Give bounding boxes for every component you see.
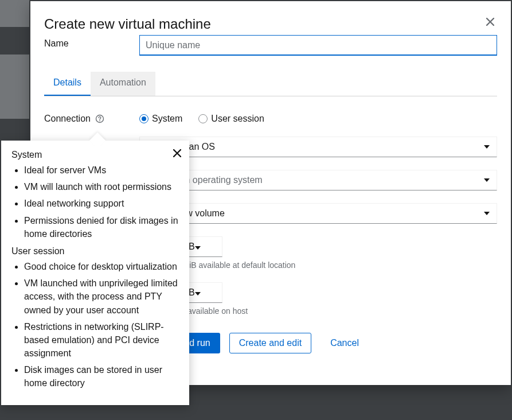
close-icon (173, 148, 181, 160)
popover-system-heading: System (11, 150, 179, 160)
connection-label: Connection (44, 114, 91, 124)
popover-list-item: VM launched with unprivileged limited ac… (24, 277, 179, 317)
popover-list-item: Ideal for server VMs (24, 164, 179, 177)
radio-user-session-label: User session (211, 114, 264, 124)
popover-user-heading: User session (11, 246, 179, 256)
name-label: Name (44, 35, 130, 49)
popover-list-item: Good choice for desktop virtualization (24, 260, 179, 273)
popover-system-list: Ideal for server VMsVM will launch with … (11, 164, 179, 240)
popover-list-item: Permissions denied for disk images in ho… (24, 214, 179, 240)
bg-strip (0, 55, 29, 119)
radio-system-label: System (152, 114, 182, 124)
popover-close-button[interactable] (171, 146, 183, 161)
caret-down-icon (195, 242, 201, 252)
close-icon (486, 15, 494, 28)
create-and-edit-button[interactable]: Create and edit (229, 333, 311, 353)
cancel-button[interactable]: Cancel (321, 333, 369, 353)
bg-strip (0, 0, 29, 27)
popover-list-item: Ideal networking support (24, 197, 179, 210)
popover-list-item: VM will launch with root permissions (24, 180, 179, 193)
popover-list-item: Disk images can be stored in user home d… (24, 363, 179, 390)
close-button[interactable] (483, 15, 497, 29)
radio-system[interactable]: System (139, 114, 182, 124)
storage-select[interactable]: Create new volume (139, 203, 497, 224)
help-icon[interactable] (95, 114, 104, 123)
modal-title: Create new virtual machine (44, 15, 211, 33)
popover-user-list: Good choice for desktop virtualizationVM… (11, 260, 179, 390)
tab-automation[interactable]: Automation (91, 72, 155, 96)
popover-list-item: Restrictions in networking (SLIRP-based … (24, 320, 179, 360)
svg-point-1 (99, 120, 100, 122)
operating-system-select[interactable]: Choose an operating system (139, 170, 497, 190)
caret-down-icon (195, 287, 201, 298)
radio-user-session[interactable]: User session (198, 114, 264, 124)
installation-type-select[interactable]: Download an OS (139, 137, 497, 157)
name-input[interactable] (139, 35, 497, 56)
memory-hint: Up to 23 GiB available on host (139, 306, 497, 316)
caret-down-icon (484, 178, 490, 182)
tab-details[interactable]: Details (44, 72, 91, 96)
storage-limit-hint: Up to 915.5 GiB available at default loc… (139, 260, 497, 270)
radio-unchecked-icon (198, 114, 208, 123)
caret-down-icon (484, 212, 490, 215)
connection-help-popover: System Ideal for server VMsVM will launc… (1, 141, 189, 405)
tabs: Details Automation (44, 72, 497, 96)
modal-header: Create new virtual machine (30, 1, 511, 35)
radio-checked-icon (139, 114, 148, 123)
caret-down-icon (484, 145, 490, 149)
